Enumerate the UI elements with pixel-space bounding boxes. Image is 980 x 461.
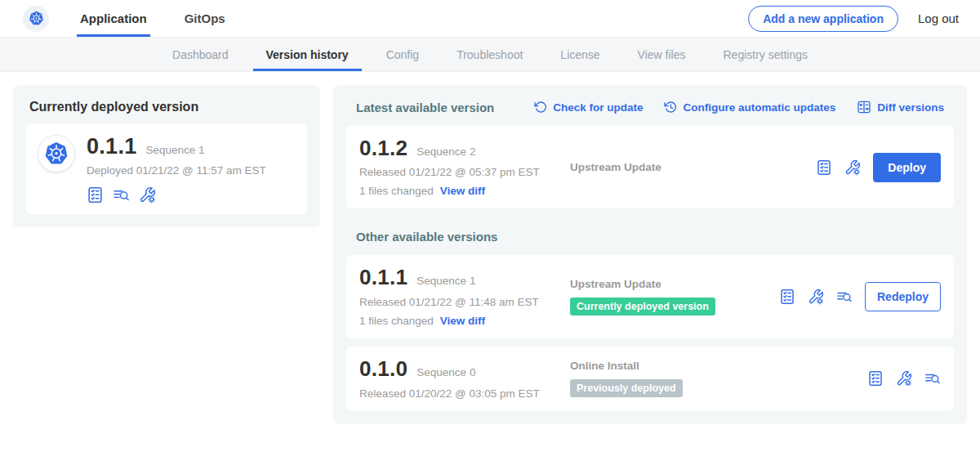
kubernetes-logo-icon (28, 10, 45, 27)
diff-versions-label: Diff versions (877, 101, 944, 114)
deployed-timestamp: Deployed 01/21/22 @ 11:57 am EST (87, 164, 266, 177)
app-logo-wrap (23, 0, 49, 37)
deployed-sequence: Sequence 1 (146, 144, 205, 156)
app-icon-badge (38, 135, 75, 172)
subnav-troubleshoot-label: Troubleshoot (457, 48, 523, 61)
version-source: Upstream Update (570, 161, 816, 173)
tab-application[interactable]: Application (77, 0, 150, 37)
subnav-config[interactable]: Config (373, 38, 432, 71)
version-row-0-1-1: 0.1.1 Sequence 1 Released 01/21/22 @ 11:… (346, 255, 954, 338)
panel-actions: Check for update Configure automatic upd… (534, 100, 944, 114)
version-sequence: Sequence 2 (416, 145, 475, 158)
subnav-view-files-label: View files (638, 48, 686, 61)
deployed-version-number: 0.1.1 (87, 135, 137, 158)
version-sequence: Sequence 0 (416, 366, 475, 378)
tab-application-label: Application (80, 11, 147, 25)
preflight-checks-icon[interactable] (779, 289, 795, 305)
app-logo (23, 6, 49, 32)
row-actions: Deploy (816, 153, 941, 182)
kubernetes-logo-icon (42, 140, 70, 168)
version-number: 0.1.1 (359, 266, 408, 289)
version-number: 0.1.0 (359, 358, 408, 380)
app-header: Application GitOps Add a new application… (0, 0, 980, 38)
add-application-button[interactable]: Add a new application (748, 6, 898, 32)
deploy-button[interactable]: Deploy (873, 153, 941, 182)
currently-deployed-title: Currently deployed version (29, 100, 304, 114)
release-notes-icon[interactable] (924, 370, 941, 387)
version-source: Online Install Previously deployed (570, 360, 867, 397)
source-label: Upstream Update (570, 278, 779, 290)
version-source: Upstream Update Currently deployed versi… (570, 278, 779, 316)
view-diff-link[interactable]: View diff (440, 315, 485, 327)
header-right: Add a new application Log out (748, 0, 980, 37)
subnav-registry-settings-label: Registry settings (724, 48, 808, 61)
edit-config-icon[interactable] (844, 159, 861, 176)
subnav-license[interactable]: License (547, 38, 612, 71)
version-info: 0.1.2 Sequence 2 Released 01/21/22 @ 05:… (359, 137, 570, 197)
subnav-version-history-label: Version history (266, 48, 349, 61)
version-info: 0.1.1 Sequence 1 Released 01/21/22 @ 11:… (359, 266, 570, 326)
logout-link[interactable]: Log out (918, 11, 959, 25)
release-notes-icon[interactable] (836, 289, 853, 305)
panel-header: Latest available version Check for updat… (356, 100, 944, 114)
diff-icon (857, 100, 871, 114)
edit-config-icon[interactable] (896, 370, 912, 387)
files-changed: 1 files changed (359, 185, 434, 197)
other-available-title: Other available versions (356, 230, 944, 244)
configure-automatic-updates-link[interactable]: Configure automatic updates (664, 100, 835, 114)
app-subnav: Dashboard Version history Config Trouble… (0, 38, 980, 72)
refresh-icon (534, 101, 547, 114)
subnav-config-label: Config (386, 48, 419, 61)
preflight-checks-icon[interactable] (87, 186, 104, 204)
released-timestamp: Released 01/20/22 @ 03:05 pm EST (359, 387, 570, 400)
version-history-panel: Latest available version Check for updat… (333, 85, 967, 424)
deployed-version-details: 0.1.1 Sequence 1 Deployed 01/21/22 @ 11:… (87, 135, 266, 204)
deployed-version-tile: 0.1.1 Sequence 1 Deployed 01/21/22 @ 11:… (26, 124, 307, 214)
files-changed: 1 files changed (359, 315, 434, 327)
subnav-version-history[interactable]: Version history (253, 38, 362, 71)
redeploy-button[interactable]: Redeploy (865, 282, 941, 311)
version-row-0-1-2: 0.1.2 Sequence 2 Released 01/21/22 @ 05:… (346, 126, 954, 208)
tab-gitops[interactable]: GitOps (181, 0, 229, 37)
currently-deployed-card: Currently deployed version 0.1.1 Sequenc… (13, 85, 320, 227)
tab-gitops-label: GitOps (185, 11, 225, 25)
subnav-license-label: License (560, 48, 599, 61)
source-label: Upstream Update (570, 161, 816, 173)
diff-versions-link[interactable]: Diff versions (857, 100, 944, 114)
check-for-update-label: Check for update (553, 101, 643, 114)
preflight-checks-icon[interactable] (867, 370, 884, 387)
subnav-troubleshoot[interactable]: Troubleshoot (443, 38, 536, 71)
release-notes-icon[interactable] (113, 186, 130, 204)
configure-automatic-updates-label: Configure automatic updates (683, 101, 835, 114)
subnav-view-files[interactable]: View files (625, 38, 699, 71)
subnav-dashboard[interactable]: Dashboard (159, 38, 242, 71)
version-info: 0.1.0 Sequence 0 Released 01/20/22 @ 03:… (359, 358, 570, 400)
subnav-dashboard-label: Dashboard (172, 48, 229, 61)
clock-rotate-icon (664, 101, 677, 114)
view-diff-link[interactable]: View diff (440, 185, 485, 197)
edit-config-icon[interactable] (808, 289, 824, 305)
released-timestamp: Released 01/21/22 @ 11:48 am EST (359, 296, 570, 308)
version-sequence: Sequence 1 (416, 275, 475, 287)
latest-available-title: Latest available version (356, 101, 494, 114)
row-actions: Redeploy (779, 282, 941, 311)
row-actions (867, 370, 941, 387)
currently-deployed-badge: Currently deployed version (570, 298, 715, 316)
edit-config-icon[interactable] (139, 186, 156, 204)
main-content: Currently deployed version 0.1.1 Sequenc… (0, 72, 980, 437)
check-for-update-link[interactable]: Check for update (534, 100, 643, 114)
previously-deployed-badge: Previously deployed (570, 379, 683, 397)
version-number: 0.1.2 (359, 137, 408, 159)
subnav-registry-settings[interactable]: Registry settings (710, 38, 821, 71)
source-label: Online Install (570, 360, 867, 372)
version-row-0-1-0: 0.1.0 Sequence 0 Released 01/20/22 @ 03:… (346, 347, 954, 411)
preflight-checks-icon[interactable] (816, 159, 832, 176)
released-timestamp: Released 01/21/22 @ 05:37 pm EST (359, 166, 570, 178)
